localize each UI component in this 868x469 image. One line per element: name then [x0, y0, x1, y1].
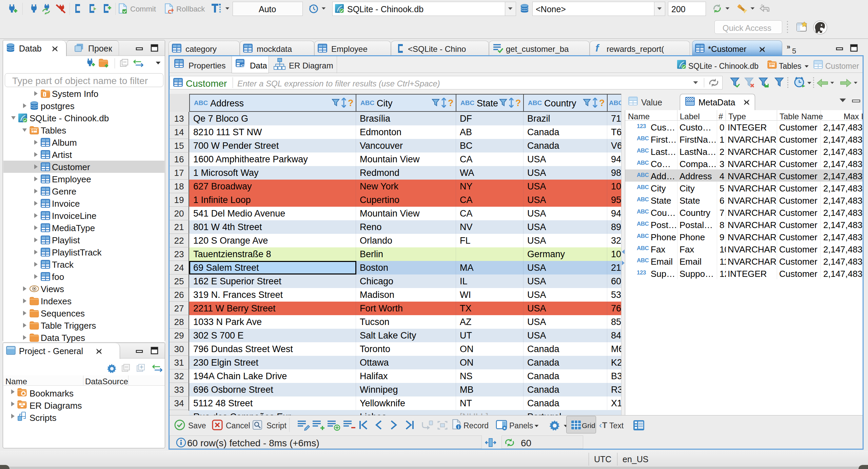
- svg-text:i: i: [44, 92, 45, 97]
- svg-text:»: »: [787, 43, 790, 50]
- svg-text:i: i: [458, 424, 459, 430]
- svg-text:<>: <>: [240, 63, 246, 68]
- svg-text:5: 5: [792, 47, 796, 55]
- svg-text:T: T: [602, 421, 607, 430]
- svg-text:f: f: [595, 42, 600, 54]
- svg-text:‹: ‹: [599, 421, 602, 430]
